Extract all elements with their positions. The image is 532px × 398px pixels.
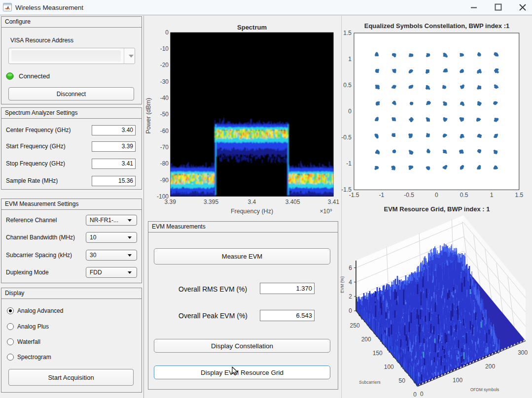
- svg-text:3.41: 3.41: [328, 199, 340, 205]
- svg-text:0: 0: [420, 391, 424, 398]
- svg-text:-20: -20: [160, 62, 169, 68]
- svg-text:3.39: 3.39: [165, 199, 177, 205]
- svg-text:-80: -80: [160, 160, 169, 167]
- svg-text:-60: -60: [160, 128, 169, 134]
- svg-text:-30: -30: [160, 78, 169, 85]
- svg-text:0.5: 0.5: [460, 192, 468, 199]
- svg-text:0: 0: [348, 108, 352, 115]
- svg-text:2: 2: [349, 293, 352, 300]
- svg-text:250: 250: [350, 322, 360, 329]
- svg-text:6: 6: [349, 265, 352, 271]
- svg-text:OFDM symbols: OFDM symbols: [470, 387, 499, 392]
- svg-text:150: 150: [373, 350, 383, 357]
- svg-text:-10: -10: [160, 45, 169, 52]
- svg-text:-0.5: -0.5: [341, 134, 352, 141]
- svg-text:Frequency (Hz): Frequency (Hz): [231, 208, 273, 215]
- svg-text:0: 0: [413, 391, 417, 398]
- svg-text:3.395: 3.395: [204, 199, 218, 205]
- svg-text:3.405: 3.405: [285, 199, 300, 205]
- svg-text:EVM Resource Grid, BWP index :: EVM Resource Grid, BWP index : 1: [384, 205, 490, 213]
- svg-text:-90: -90: [160, 177, 169, 184]
- svg-text:1: 1: [490, 192, 494, 199]
- svg-text:100: 100: [384, 364, 394, 370]
- svg-text:200: 200: [361, 336, 371, 343]
- svg-text:1.5: 1.5: [515, 192, 523, 199]
- svg-text:Equalized Symbols Constellatio: Equalized Symbols Constellation, BWP ind…: [364, 22, 509, 30]
- svg-text:200: 200: [485, 363, 495, 370]
- svg-text:Power (dBm): Power (dBm): [145, 98, 152, 134]
- svg-text:0: 0: [165, 29, 169, 36]
- svg-text:Subcarriers: Subcarriers: [359, 380, 380, 385]
- svg-text:4: 4: [349, 279, 352, 286]
- svg-text:-40: -40: [160, 95, 169, 101]
- svg-text:1.5: 1.5: [343, 30, 352, 36]
- svg-text:50: 50: [399, 377, 406, 384]
- svg-text:-50: -50: [160, 111, 169, 118]
- svg-text:0.5: 0.5: [343, 82, 352, 89]
- svg-text:100: 100: [453, 377, 462, 384]
- svg-text:1: 1: [348, 56, 352, 63]
- svg-text:0: 0: [349, 307, 352, 314]
- svg-text:0: 0: [435, 192, 438, 199]
- svg-text:-1: -1: [346, 160, 352, 167]
- svg-text:×109: ×109: [320, 208, 332, 215]
- svg-text:-70: -70: [160, 144, 169, 151]
- svg-text:-1.5: -1.5: [349, 192, 359, 199]
- svg-text:3.4: 3.4: [248, 199, 256, 205]
- svg-text:-0.5: -0.5: [404, 192, 414, 199]
- svg-text:-1: -1: [379, 192, 384, 199]
- svg-text:300: 300: [518, 349, 528, 356]
- svg-text:EVM (%): EVM (%): [340, 276, 345, 293]
